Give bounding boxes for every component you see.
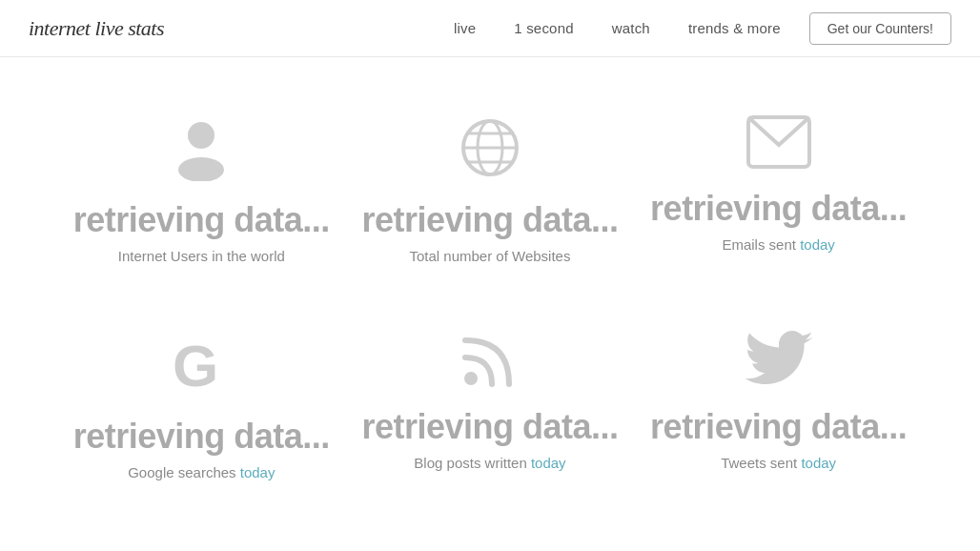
- websites-value: retrieving data...: [361, 200, 618, 240]
- blog-posts-value: retrieving data...: [361, 407, 618, 447]
- stat-card-tweets: retrieving data... Tweets sent today: [645, 331, 912, 471]
- stat-card-emails: retrieving data... Emails sent today: [645, 114, 912, 253]
- tweets-value: retrieving data...: [650, 407, 907, 447]
- internet-users-label: Internet Users in the world: [118, 248, 285, 264]
- twitter-icon: [745, 331, 813, 388]
- main-content: retrieving data... Internet Users in the…: [0, 57, 980, 547]
- navbar: internet live stats live 1 second watch …: [0, 0, 980, 57]
- internet-users-value: retrieving data...: [73, 200, 330, 240]
- svg-text:G: G: [173, 333, 218, 398]
- websites-label: Total number of Websites: [409, 248, 570, 264]
- google-value: retrieving data...: [73, 417, 330, 457]
- google-icon: G: [168, 331, 235, 398]
- emails-value: retrieving data...: [650, 189, 907, 229]
- site-logo[interactable]: internet live stats: [29, 16, 164, 41]
- person-icon: [168, 114, 235, 181]
- stats-row-1: retrieving data... Internet Users in the…: [19, 95, 961, 283]
- blog-posts-label: Blog posts written today: [414, 455, 565, 471]
- email-icon: [745, 114, 812, 170]
- logo-text: internet live stats: [29, 16, 164, 40]
- globe-icon: [457, 114, 523, 181]
- get-counters-button[interactable]: Get our Counters!: [809, 12, 951, 45]
- nav-link-trends[interactable]: trends & more: [688, 20, 781, 36]
- svg-point-9: [464, 372, 478, 385]
- nav-link-live[interactable]: live: [454, 20, 476, 36]
- svg-point-1: [178, 157, 224, 181]
- google-label: Google searches today: [128, 464, 275, 480]
- stats-row-2: G retrieving data... Google searches tod…: [19, 312, 961, 500]
- svg-point-0: [188, 122, 214, 149]
- rss-icon: [461, 331, 519, 388]
- stat-card-google: G retrieving data... Google searches tod…: [68, 331, 335, 480]
- nav-links: live 1 second watch trends & more: [454, 20, 781, 36]
- nav-link-watch[interactable]: watch: [612, 20, 650, 36]
- stat-card-blog-posts: retrieving data... Blog posts written to…: [357, 331, 623, 471]
- tweets-label: Tweets sent today: [721, 455, 836, 471]
- nav-link-1second[interactable]: 1 second: [514, 20, 573, 36]
- emails-label: Emails sent today: [722, 236, 834, 253]
- stat-card-websites: retrieving data... Total number of Websi…: [357, 114, 623, 264]
- stat-card-internet-users: retrieving data... Internet Users in the…: [68, 114, 335, 264]
